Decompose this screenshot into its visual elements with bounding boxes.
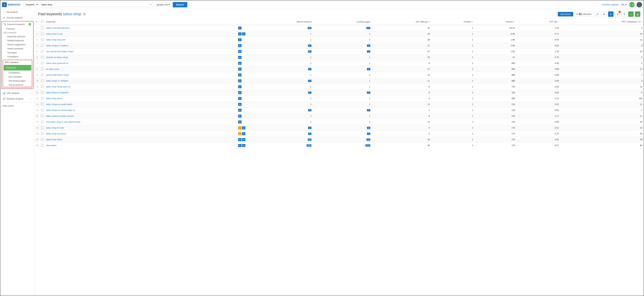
row-grid-icon[interactable]: ⊞: [238, 121, 242, 124]
row-checkbox[interactable]: [41, 74, 44, 76]
sidebar-item-backlink-analysis[interactable]: 🔗 Backlink analysis ›: [0, 96, 34, 102]
filter-button[interactable]: ▼ ✕: [615, 12, 620, 17]
row-checkbox[interactable]: [41, 56, 44, 58]
clear-search-button[interactable]: ✕: [149, 3, 152, 6]
row-checkbox-cell[interactable]: [40, 37, 45, 43]
row-grid-icon[interactable]: ⊞: [238, 115, 242, 118]
row-checkbox-cell[interactable]: [40, 125, 45, 131]
keyword-link[interactable]: tattoo shop syracuse ny: [46, 62, 68, 65]
row-checkbox[interactable]: [41, 44, 44, 47]
row-checkbox-cell[interactable]: [40, 90, 45, 96]
row-checkbox[interactable]: [41, 27, 44, 29]
keyword-link[interactable]: tattoo shops in alabama: [46, 91, 68, 94]
row-grid-icon[interactable]: ⊞: [238, 50, 242, 53]
keyword-link[interactable]: jacksonville tattoo shops: [46, 74, 69, 76]
row-checkbox-cell[interactable]: [40, 78, 45, 84]
keyword-link[interactable]: tattoo shop insurance: [46, 133, 66, 135]
row-grid-icon[interactable]: ⊞: [238, 38, 242, 41]
grid-view-btn[interactable]: ⊞: [602, 12, 607, 17]
sidebar-item-keywords[interactable]: Keywords: [4, 65, 31, 71]
sidebar-item-domain-analysis[interactable]: ◈ Domain analysis ›: [0, 15, 34, 21]
row-checkbox[interactable]: [41, 33, 44, 35]
row-checkbox-cell[interactable]: [40, 84, 45, 90]
row-expand-icon[interactable]: ›: [242, 68, 242, 70]
sidebar-sub-ads-examples[interactable]: · Ads examples: [3, 75, 32, 79]
sidebar-sub-related-keywords[interactable]: · Related keywords: [2, 39, 33, 43]
search-input[interactable]: [42, 2, 149, 7]
row-checkbox[interactable]: [41, 39, 44, 41]
keywords-sort-btn[interactable]: Keywords: [46, 21, 236, 23]
row-expand-icon[interactable]: ›: [242, 104, 242, 105]
row-grid-icon[interactable]: ⊞: [238, 79, 242, 82]
keyword-link[interactable]: tattoo shops in arlington: [46, 80, 68, 82]
download-button[interactable]: ⬇ 30: [629, 2, 634, 8]
row-checkbox[interactable]: [41, 115, 44, 117]
row-checkbox[interactable]: [41, 127, 44, 129]
user-avatar[interactable]: 👤: [636, 2, 642, 8]
row-checkbox[interactable]: [41, 85, 44, 88]
row-grid-icon[interactable]: ⊞: [238, 85, 242, 88]
keyword-link[interactable]: best tattoo shop in san antonio texas: [46, 121, 80, 123]
info-icon[interactable]: i: [83, 13, 86, 16]
add-button[interactable]: +: [628, 12, 634, 17]
row-dots-icon[interactable]: •••: [242, 144, 245, 147]
sidebar-sub-overview[interactable]: Overview: [2, 27, 33, 31]
volume-sort-btn[interactable]: Volume ▼: [476, 21, 515, 23]
row-checkbox-cell[interactable]: [40, 137, 45, 143]
cpc-sort-btn[interactable]: CPC ($) ▼: [518, 21, 559, 23]
sidebar-sub-search-suggestions[interactable]: · Search suggestions: [2, 43, 33, 47]
keyword-link[interactable]: phoenix az tattoo shops: [46, 56, 68, 59]
row-expand-icon[interactable]: ›: [242, 51, 242, 53]
link-icon-btn[interactable]: 🔗: [595, 12, 600, 17]
row-checkbox-cell[interactable]: [40, 96, 45, 102]
row-checkbox-cell[interactable]: [40, 60, 45, 66]
row-checkbox[interactable]: [41, 138, 44, 141]
keyword-link[interactable]: tattoos and piercing shop: [46, 27, 70, 29]
row-checkbox-cell[interactable]: [40, 72, 45, 78]
row-expand-icon[interactable]: ›: [242, 86, 242, 88]
keyword-type-select[interactable]: Keyword Domain URL: [24, 2, 38, 7]
sidebar-sub-ads-landing-pages[interactable]: · Ads landing pages: [3, 79, 32, 83]
row-badge-icon[interactable]: 9: [238, 32, 242, 36]
operations-button[interactable]: Operations: [558, 12, 573, 17]
select-all-checkbox[interactable]: [41, 20, 44, 23]
row-expand-icon[interactable]: ›: [242, 121, 242, 123]
keyword-link[interactable]: tattoo shop for sale: [46, 127, 64, 129]
row-expand-icon[interactable]: ›: [246, 133, 246, 135]
keyword-link[interactable]: san antonio best tattoo shops: [46, 50, 74, 53]
row-grid-icon[interactable]: ⊞: [238, 62, 242, 65]
row-checkbox-cell[interactable]: [40, 113, 45, 119]
row-checkbox[interactable]: [41, 121, 44, 123]
row-expand-icon[interactable]: ›: [242, 62, 242, 64]
row-copy-icon[interactable]: ⧉: [238, 144, 242, 147]
ppc-sort-btn[interactable]: PPC competition, % ▼: [562, 21, 642, 23]
sidebar-sub-top-pages[interactable]: · Top pages: [2, 51, 33, 55]
row-grid-icon[interactable]: ⊞: [238, 74, 242, 77]
row-grid-icon[interactable]: ⊞: [238, 91, 242, 94]
row-expand-icon[interactable]: ›: [242, 39, 242, 41]
row-expand-icon[interactable]: ›: [242, 27, 242, 29]
export-button[interactable]: ⬆: [622, 12, 627, 17]
keyword-link[interactable]: shop tattoo: [46, 144, 56, 147]
keyword-link[interactable]: tattoo shop in nyc: [46, 33, 62, 35]
sidebar-sub-search-questions[interactable]: · Search questions: [2, 47, 33, 51]
list-view-btn[interactable]: ☰: [608, 12, 614, 17]
row-checkbox-cell[interactable]: [40, 131, 45, 137]
row-checkbox-cell[interactable]: [40, 102, 45, 107]
row-checkbox[interactable]: [41, 97, 44, 100]
ads-sort-btn[interactable]: Ads by keyword: [252, 21, 312, 23]
engine-select[interactable]: google.com ▾: [155, 3, 172, 7]
row-expand-icon[interactable]: ›: [242, 57, 242, 58]
save-button[interactable]: 💾: [635, 12, 640, 17]
row-copy-icon[interactable]: ⧉: [238, 138, 242, 141]
position-sort-btn[interactable]: Position ▼: [432, 21, 473, 23]
row-orange-icon[interactable]: ◎: [238, 132, 242, 135]
row-orange-icon[interactable]: ◎: [238, 126, 242, 129]
row-expand-icon[interactable]: ›: [246, 127, 246, 129]
keyword-type-select-wrap[interactable]: Keyword Domain URL: [24, 2, 38, 7]
row-expand-icon[interactable]: ›: [242, 80, 242, 82]
row-checkbox-cell[interactable]: [40, 107, 45, 113]
keyword-link[interactable]: tattoo shops in madison: [46, 45, 68, 47]
keyword-link[interactable]: tattoo shops in schenectady ny: [46, 109, 75, 111]
row-expand-icon[interactable]: ›: [242, 92, 242, 94]
